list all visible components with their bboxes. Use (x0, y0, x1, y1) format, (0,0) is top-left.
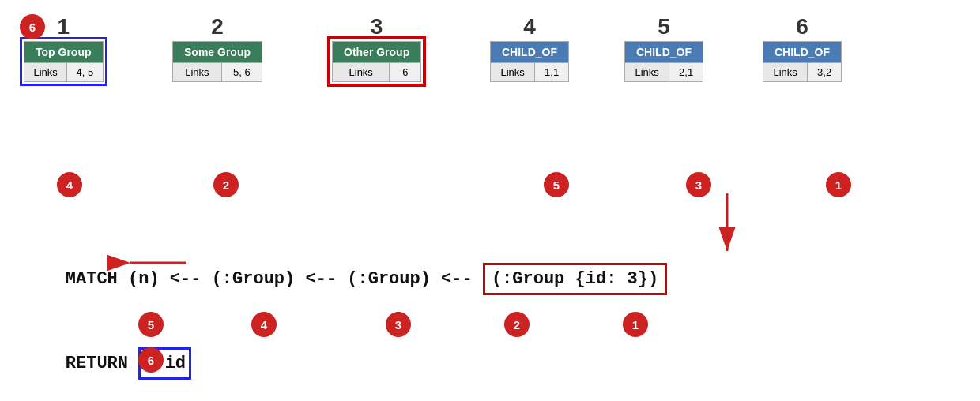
badge-query-1: 4 (251, 312, 277, 337)
table-header-2: Other Group (333, 42, 421, 63)
badge-top-1: 4 (57, 172, 82, 197)
group-table-4: CHILD_OFLinks2,1 (624, 41, 703, 82)
group-table-1: Some GroupLinks5, 6 (172, 41, 262, 82)
links-label-1: Links (173, 63, 222, 82)
badge-top-0: 6 (20, 14, 45, 39)
links-value-2: 6 (390, 63, 421, 82)
badge-query-0: 5 (138, 312, 164, 337)
query-match-prefix: MATCH (n) <-- (:Group) <-- (:Group) <-- (66, 269, 483, 289)
group-table-3: CHILD_OFLinks1,1 (490, 41, 569, 82)
links-label-0: Links (24, 63, 67, 82)
query-section: MATCH (n) <-- (:Group) <-- (:Group) <-- … (24, 237, 667, 401)
badge-query-4: 1 (623, 312, 648, 337)
links-label-3: Links (491, 63, 535, 82)
col-number-0: 1 (57, 16, 70, 38)
col-number-3: 4 (523, 16, 536, 38)
links-label-4: Links (625, 63, 669, 82)
links-value-4: 2,1 (669, 63, 703, 82)
col-wrapper-1: 2Some GroupLinks5, 6 (172, 16, 262, 82)
table-header-0: Top Group (24, 42, 104, 63)
col-wrapper-5: 6CHILD_OFLinks3,2 (763, 16, 842, 82)
links-label-5: Links (763, 63, 808, 82)
query-line1: MATCH (n) <-- (:Group) <-- (:Group) <-- … (24, 237, 667, 321)
links-label-2: Links (333, 63, 390, 82)
col-wrapper-2: 3Other GroupLinks6 (332, 16, 421, 82)
col-number-1: 2 (211, 16, 224, 38)
badge-top-2: 2 (213, 172, 239, 197)
col-number-4: 5 (658, 16, 670, 38)
links-value-3: 1,1 (535, 63, 569, 82)
query-return-prefix: RETURN (66, 354, 138, 373)
col-wrapper-4: 5CHILD_OFLinks2,1 (624, 16, 703, 82)
table-header-1: Some Group (173, 42, 262, 63)
badge-top-5: 1 (826, 172, 851, 197)
query-line2: RETURN n.id (24, 321, 667, 401)
badge-top-3: 5 (544, 172, 569, 197)
group-table-0: Top GroupLinks4, 5 (24, 41, 104, 82)
table-header-3: CHILD_OF (491, 42, 569, 63)
badge-query-3: 2 (504, 312, 530, 337)
query-group-highlight: (:Group {id: 3}) (483, 263, 667, 295)
badge-query-5: 6 (138, 347, 164, 373)
col-number-5: 6 (796, 16, 808, 38)
col-wrapper-3: 4CHILD_OFLinks1,1 (490, 16, 569, 82)
badge-query-2: 3 (386, 312, 411, 337)
table-header-5: CHILD_OF (763, 42, 842, 63)
col-number-2: 3 (371, 16, 383, 38)
links-value-5: 3,2 (808, 63, 842, 82)
links-value-1: 5, 6 (221, 63, 262, 82)
badge-top-4: 3 (686, 172, 711, 197)
group-table-5: CHILD_OFLinks3,2 (763, 41, 842, 82)
links-value-0: 4, 5 (67, 63, 103, 82)
group-table-2: Other GroupLinks6 (332, 41, 421, 82)
table-header-4: CHILD_OF (625, 42, 703, 63)
